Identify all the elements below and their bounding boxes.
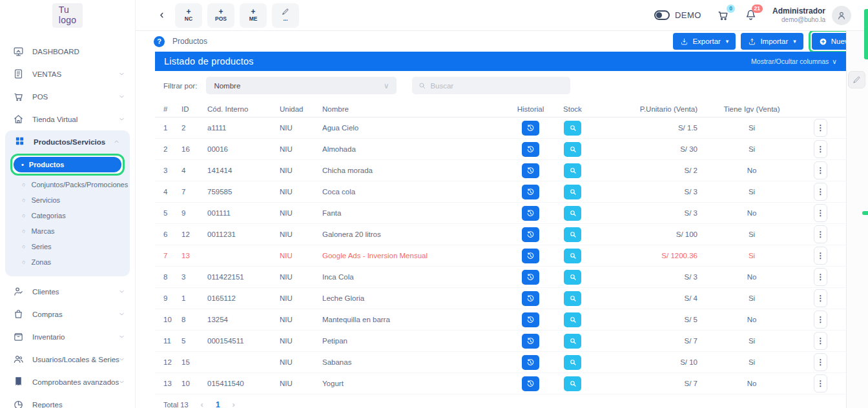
stock-view-button[interactable]: [564, 185, 581, 199]
row-actions-button[interactable]: ⋮: [814, 247, 827, 265]
sidebar-item-tienda-virtual[interactable]: Tienda Virtual: [0, 108, 135, 130]
historial-button[interactable]: [522, 270, 539, 285]
topbar-right: DEMO 0 21 Administrador demo@buho.la: [654, 6, 851, 25]
quick-new-me-button[interactable]: + ME: [240, 3, 267, 28]
export-button[interactable]: Exportar ▾: [673, 33, 736, 50]
plus-circle-icon: [819, 37, 827, 46]
row-actions-button[interactable]: ⋮: [814, 289, 827, 307]
col-id: ID: [181, 105, 207, 113]
historial-button[interactable]: [522, 142, 539, 157]
sidebar-item-compras[interactable]: Compras: [0, 303, 135, 325]
sidebar-item-reportes[interactable]: Reportes: [0, 393, 135, 408]
sidebar-subitem-servicios[interactable]: ○ Servicios: [5, 192, 130, 208]
row-actions-button[interactable]: ⋮: [814, 161, 827, 179]
sidebar-item-clientes[interactable]: Clientes: [0, 280, 135, 303]
sidebar-item-comprobantes[interactable]: Comprobantes avanzados: [0, 371, 135, 393]
sidebar-subitem-productos-active[interactable]: • Productos: [14, 157, 121, 172]
sidebar-subitem-label: Categorias: [31, 212, 65, 219]
cell-nombre: Almohada: [322, 145, 510, 153]
pagination-next-button[interactable]: ›: [232, 400, 235, 408]
sidebar-subitem-series[interactable]: ○ Series: [5, 239, 130, 254]
search-box: [412, 77, 570, 94]
quick-new-nc-button[interactable]: + NC: [175, 3, 202, 28]
col-codigo: Cód. Interno: [207, 105, 280, 113]
stock-view-button[interactable]: [564, 291, 581, 306]
cell-num: 2: [163, 145, 181, 153]
row-actions-button[interactable]: ⋮: [814, 140, 827, 158]
historial-button[interactable]: [522, 249, 539, 263]
row-actions-button[interactable]: ⋮: [814, 311, 827, 329]
notifications-button[interactable]: 21: [745, 9, 757, 21]
stock-view-button[interactable]: [564, 163, 581, 178]
chevron-down-icon: [119, 94, 125, 99]
row-actions-button[interactable]: ⋮: [814, 374, 827, 393]
import-button[interactable]: Importar ▾: [741, 33, 803, 50]
historial-button[interactable]: [522, 185, 539, 199]
row-actions-button[interactable]: ⋮: [814, 119, 827, 137]
search-icon: [569, 380, 577, 387]
show-hide-columns-toggle[interactable]: Mostrar/Ocultar columnas ∨: [751, 57, 837, 65]
row-actions-button[interactable]: ⋮: [814, 332, 827, 350]
sidebar-collapse-button[interactable]: [158, 11, 166, 19]
cell-precio: S/ 3: [685, 209, 700, 217]
stock-view-button[interactable]: [564, 142, 581, 157]
sidebar-item-inventario[interactable]: Inventario: [0, 325, 135, 348]
customize-pencil-button[interactable]: [848, 71, 865, 88]
stock-view-button[interactable]: [564, 334, 581, 349]
filter-field-select[interactable]: Nombre ∨: [206, 77, 397, 94]
user-email: demo@buho.la: [772, 16, 825, 25]
filter-label: Filtrar por:: [163, 82, 197, 90]
stock-view-button[interactable]: [564, 249, 581, 263]
col-nombre: Nombre: [322, 105, 510, 113]
sidebar-item-dashboard[interactable]: DASHBOARD: [0, 40, 135, 63]
user-menu[interactable]: Administrador demo@buho.la: [772, 6, 851, 25]
stock-view-button[interactable]: [564, 376, 581, 391]
historial-button[interactable]: [522, 206, 539, 221]
row-actions-button[interactable]: ⋮: [814, 268, 827, 286]
sidebar-group-productos-servicios: Productos/Servicios • Productos ○ Conjun…: [5, 130, 130, 276]
cell-unidad: NIU: [280, 273, 322, 281]
quick-new-pos-button[interactable]: + POS: [207, 3, 234, 28]
demo-toggle[interactable]: DEMO: [654, 10, 701, 20]
historial-button[interactable]: [522, 334, 539, 349]
quick-edit-more-button[interactable]: ...: [272, 3, 299, 28]
sidebar-subitem-conjuntos[interactable]: ○ Conjuntos/Packs/Promociones: [5, 177, 130, 192]
sidebar-item-pos[interactable]: POS: [0, 85, 135, 108]
stock-view-button[interactable]: [564, 227, 581, 242]
bullet-empty-icon: ○: [22, 229, 25, 234]
sidebar-item-ventas[interactable]: VENTAS: [0, 63, 135, 85]
historial-button[interactable]: [522, 291, 539, 306]
stock-view-button[interactable]: [564, 270, 581, 285]
dots-vertical-icon: ⋮: [817, 166, 825, 175]
sidebar-item-productos-servicios[interactable]: Productos/Servicios: [5, 130, 130, 153]
search-input[interactable]: [430, 82, 553, 90]
sidebar-item-usuarios-locales[interactable]: Usuarios/Locales & Series: [0, 348, 135, 371]
sidebar-subitem-marcas[interactable]: ○ Marcas: [5, 223, 130, 239]
sidebar-subitem-zonas[interactable]: ○ Zonas: [5, 254, 130, 270]
stock-view-button[interactable]: [564, 312, 581, 327]
cell-igv: Si: [749, 294, 755, 302]
historial-button[interactable]: [522, 227, 539, 242]
stock-view-button[interactable]: [564, 121, 581, 136]
sidebar-subitem-categorias[interactable]: ○ Categorias: [5, 208, 130, 223]
historial-button[interactable]: [522, 163, 539, 178]
stock-view-button[interactable]: [564, 206, 581, 221]
historial-button[interactable]: [522, 376, 539, 391]
search-icon: [569, 230, 577, 238]
brand-logo[interactable]: Tu logo: [0, 0, 135, 31]
row-actions-button[interactable]: ⋮: [814, 225, 827, 243]
pagination-prev-button[interactable]: ‹: [201, 400, 203, 408]
row-actions-button[interactable]: ⋮: [814, 183, 827, 201]
row-actions-button[interactable]: ⋮: [814, 353, 827, 371]
cart-button[interactable]: 0: [717, 9, 729, 21]
row-actions-button[interactable]: ⋮: [814, 204, 827, 222]
pagination-page-1[interactable]: 1: [216, 400, 220, 408]
historial-button[interactable]: [522, 121, 539, 136]
caret-down-icon: ▾: [726, 38, 729, 45]
annotation-edge-mark-top: [864, 9, 868, 59]
stock-view-button[interactable]: [564, 355, 581, 370]
cell-num: 6: [163, 230, 181, 238]
historial-button[interactable]: [522, 355, 539, 370]
historial-button[interactable]: [522, 312, 539, 327]
help-icon[interactable]: ?: [154, 36, 165, 47]
